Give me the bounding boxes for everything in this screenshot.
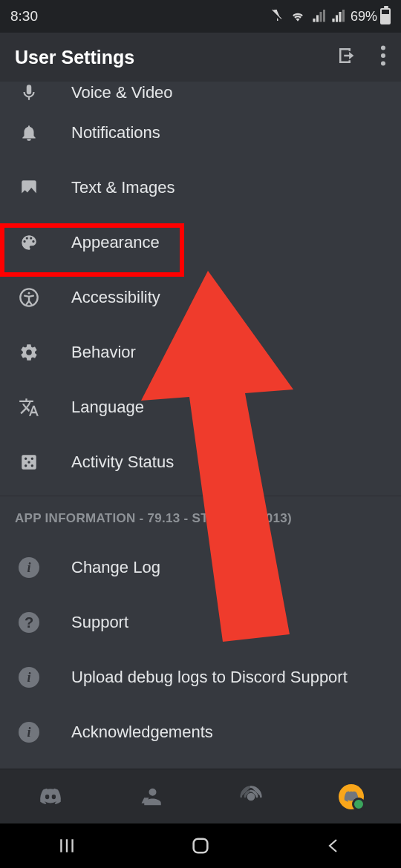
settings-row-notifications[interactable]: Notifications <box>0 105 401 160</box>
settings-row-acknowledgements[interactable]: i Acknowledgements <box>0 705 401 760</box>
settings-list: Voice & Video Notifications Text & Image… <box>0 82 401 760</box>
logout-icon[interactable] <box>336 45 358 70</box>
bell-icon <box>18 123 40 142</box>
mute-icon <box>270 10 284 23</box>
settings-row-appearance[interactable]: Appearance <box>0 215 401 270</box>
overflow-menu-icon[interactable] <box>380 45 386 69</box>
settings-content: Voice & Video Notifications Text & Image… <box>0 82 401 769</box>
settings-row-label: Acknowledgements <box>71 723 213 742</box>
settings-row-label: Behavior <box>71 343 136 362</box>
settings-row-label: Upload debug logs to Discord Support <box>71 668 348 687</box>
tab-home[interactable] <box>36 782 65 812</box>
battery-percent: 69% <box>351 9 377 24</box>
android-status-bar: 8:30 69% <box>0 0 401 33</box>
translate-icon <box>18 397 40 418</box>
wifi-icon <box>290 10 306 23</box>
help-icon: ? <box>18 612 40 633</box>
discord-bottom-tabs <box>0 769 401 823</box>
signal-icon-2 <box>331 10 345 23</box>
settings-row-label: Voice & Video <box>71 83 173 102</box>
nav-back[interactable] <box>304 831 364 861</box>
info-icon: i <box>18 557 40 578</box>
accessibility-icon <box>18 287 40 308</box>
settings-row-label: Activity Status <box>71 453 174 472</box>
settings-row-label: Text & Images <box>71 178 175 197</box>
settings-row-accessibility[interactable]: Accessibility <box>0 270 401 325</box>
mic-icon <box>18 83 40 102</box>
settings-row-voice-video[interactable]: Voice & Video <box>0 82 401 105</box>
svg-point-0 <box>381 45 385 50</box>
settings-row-label: Change Log <box>71 558 160 577</box>
svg-point-2 <box>381 61 385 65</box>
section-header-app-info: APP INFORMATION - 79.13 - STABLE (79013) <box>0 496 401 540</box>
gear-icon <box>18 343 40 362</box>
signal-icon-1 <box>312 10 325 23</box>
settings-row-label: Notifications <box>71 123 160 142</box>
status-right-cluster: 69% <box>270 8 391 24</box>
svg-point-1 <box>381 53 385 58</box>
settings-row-changelog[interactable]: i Change Log <box>0 540 401 595</box>
info-icon: i <box>18 722 40 743</box>
settings-row-label: Language <box>71 398 144 417</box>
image-icon <box>18 178 40 197</box>
app-bar: User Settings <box>0 33 401 82</box>
settings-row-label: Accessibility <box>71 288 160 307</box>
svg-rect-7 <box>194 839 208 853</box>
svg-point-4 <box>28 292 30 295</box>
svg-point-6 <box>248 794 254 800</box>
nav-recent[interactable] <box>37 831 97 861</box>
settings-row-upload-logs[interactable]: i Upload debug logs to Discord Support <box>0 650 401 705</box>
dice-icon <box>18 453 40 472</box>
status-time: 8:30 <box>10 8 38 24</box>
settings-row-activity-status[interactable]: Activity Status <box>0 435 401 490</box>
tab-friends[interactable] <box>136 782 166 812</box>
settings-row-label: Appearance <box>71 233 160 252</box>
battery-indicator: 69% <box>351 8 391 24</box>
tab-profile[interactable] <box>336 782 366 812</box>
nav-home[interactable] <box>171 831 230 861</box>
page-title: User Settings <box>15 47 336 68</box>
settings-row-language[interactable]: Language <box>0 380 401 435</box>
settings-row-support[interactable]: ? Support <box>0 595 401 650</box>
palette-icon <box>18 233 40 252</box>
tab-search[interactable] <box>236 782 266 812</box>
settings-row-behavior[interactable]: Behavior <box>0 325 401 380</box>
android-nav-bar <box>0 823 401 868</box>
avatar <box>339 784 364 809</box>
settings-row-text-images[interactable]: Text & Images <box>0 160 401 215</box>
info-icon: i <box>18 667 40 688</box>
settings-row-label: Support <box>71 613 128 632</box>
